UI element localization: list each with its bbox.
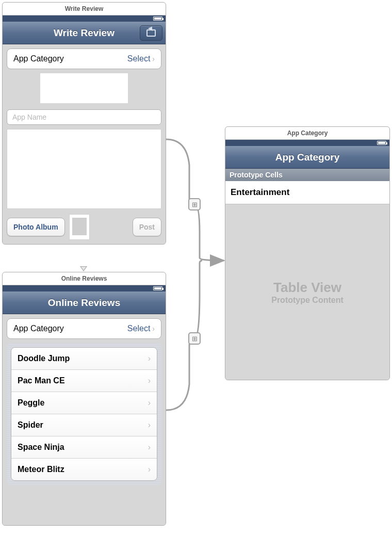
- chevron-right-icon: ›: [148, 420, 151, 430]
- apps-table-wrap: Doodle Jump›Pac Man CE›Peggle›Spider›Spa…: [7, 343, 161, 485]
- app-row-label: Doodle Jump: [18, 354, 70, 363]
- app-row[interactable]: Pac Man CE›: [11, 370, 157, 392]
- app-row[interactable]: Space Ninja›: [11, 436, 157, 459]
- segue-node-icon[interactable]: ⊞: [188, 198, 201, 210]
- nav-bar: Online Reviews: [3, 291, 166, 314]
- chevron-right-icon: ›: [148, 443, 151, 452]
- window-title: App Category: [225, 127, 389, 140]
- battery-icon: [153, 286, 162, 290]
- cell-label: App Category: [13, 324, 64, 333]
- online-reviews-screen: Online Reviews Online Reviews App Catego…: [2, 272, 166, 526]
- prototype-cell[interactable]: Entertainment: [225, 181, 389, 204]
- image-placeholder: [40, 73, 128, 103]
- app-row[interactable]: Peggle›: [11, 392, 157, 414]
- app-row-label: Spider: [18, 420, 43, 430]
- segue-connector: [166, 139, 228, 423]
- app-name-input[interactable]: [7, 109, 161, 125]
- status-bar: [3, 15, 166, 22]
- app-row[interactable]: Spider›: [11, 414, 157, 436]
- bottom-toolbar: Photo Album Post: [7, 214, 161, 240]
- app-row[interactable]: Doodle Jump›: [11, 348, 157, 370]
- table-view-placeholder: Table View Prototype Content: [225, 204, 389, 380]
- battery-icon: [377, 141, 386, 145]
- chevron-right-icon: ›: [152, 325, 155, 333]
- nav-bar: Write Review: [3, 22, 166, 44]
- app-category-screen: App Category App Category Prototype Cell…: [225, 126, 390, 380]
- thumbnail-placeholder: [69, 214, 90, 240]
- cell-value: Select: [127, 54, 150, 63]
- placeholder-title: Table View: [273, 280, 341, 296]
- post-button[interactable]: Post: [133, 218, 161, 236]
- review-text-view[interactable]: [7, 129, 161, 209]
- nav-title: Write Review: [54, 27, 115, 39]
- photo-album-button[interactable]: Photo Album: [7, 218, 65, 236]
- online-reviews-content: App Category Select › Doodle Jump›Pac Ma…: [3, 314, 166, 489]
- section-header: Prototype Cells: [225, 169, 389, 181]
- cell-value: Select: [127, 324, 150, 333]
- app-row-label: Pac Man CE: [18, 376, 65, 385]
- app-category-row[interactable]: App Category Select ›: [7, 48, 161, 69]
- share-icon: [146, 29, 156, 37]
- status-bar: [3, 285, 166, 291]
- window-title: Online Reviews: [3, 272, 166, 285]
- app-row-label: Meteor Blitz: [18, 465, 64, 474]
- app-row-label: Peggle: [18, 398, 44, 408]
- placeholder-subtitle: Prototype Content: [271, 296, 344, 305]
- chevron-right-icon: ›: [148, 398, 151, 408]
- nav-title: App Category: [275, 152, 340, 163]
- write-review-content: App Category Select › Photo Album Post: [3, 44, 166, 244]
- write-review-screen: Write Review Write Review App Category S…: [2, 2, 166, 245]
- share-button[interactable]: [140, 25, 162, 41]
- chevron-right-icon: ›: [148, 354, 151, 363]
- nav-title: Online Reviews: [48, 297, 120, 309]
- segue-arrow-down-icon: [80, 266, 87, 271]
- apps-table: Doodle Jump›Pac Man CE›Peggle›Spider›Spa…: [11, 347, 157, 481]
- window-title: Write Review: [3, 3, 166, 15]
- app-row-label: Space Ninja: [18, 443, 64, 452]
- chevron-right-icon: ›: [148, 376, 151, 385]
- app-row[interactable]: Meteor Blitz›: [11, 459, 157, 480]
- cell-label: App Category: [13, 54, 64, 63]
- status-bar: [225, 140, 389, 146]
- segue-node-icon[interactable]: ⊞: [188, 332, 201, 345]
- chevron-right-icon: ›: [148, 465, 151, 474]
- app-category-row[interactable]: App Category Select ›: [7, 318, 161, 339]
- nav-bar: App Category: [225, 146, 389, 169]
- battery-icon: [153, 17, 162, 21]
- chevron-right-icon: ›: [152, 55, 155, 63]
